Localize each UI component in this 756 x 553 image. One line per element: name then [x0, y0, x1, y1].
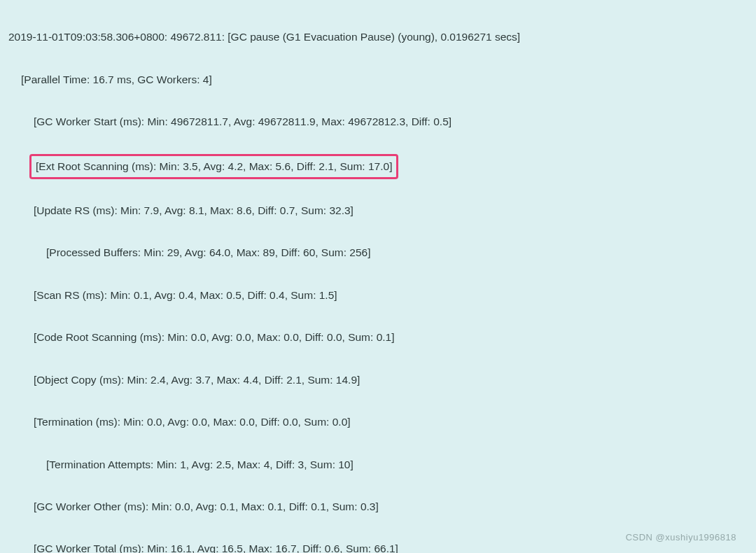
gc-log-block: 2019-11-01T09:03:58.306+0800: 49672.811:… — [0, 0, 756, 553]
log-line: [Termination Attempts: Min: 1, Avg: 2.5,… — [46, 454, 748, 475]
log-line: [Processed Buffers: Min: 29, Avg: 64.0, … — [46, 242, 748, 263]
log-line: [GC Worker Other (ms): Min: 0.0, Avg: 0.… — [34, 496, 748, 517]
log-line: [Object Copy (ms): Min: 2.4, Avg: 3.7, M… — [34, 370, 748, 391]
log-line: [Code Root Scanning (ms): Min: 0.0, Avg:… — [34, 327, 748, 348]
watermark-text: CSDN @xushiyu1996818 — [626, 528, 736, 546]
log-line: [Scan RS (ms): Min: 0.1, Avg: 0.4, Max: … — [34, 285, 748, 306]
log-line-highlight: [Ext Root Scanning (ms): Min: 3.5, Avg: … — [34, 154, 748, 179]
log-line: [GC Worker Start (ms): Min: 49672811.7, … — [34, 111, 748, 132]
log-line: [Parallel Time: 16.7 ms, GC Workers: 4] — [21, 69, 748, 90]
log-line: [Update RS (ms): Min: 7.9, Avg: 8.1, Max… — [34, 200, 748, 221]
log-line: [Termination (ms): Min: 0.0, Avg: 0.0, M… — [34, 412, 748, 433]
highlight-box: [Ext Root Scanning (ms): Min: 3.5, Avg: … — [29, 154, 398, 179]
log-line: 2019-11-01T09:03:58.306+0800: 49672.811:… — [8, 27, 748, 48]
